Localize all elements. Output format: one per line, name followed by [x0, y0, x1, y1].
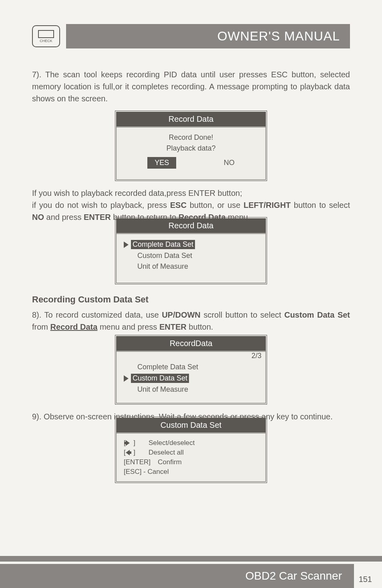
screen-record-menu-2: RecordData 2/3 Complete Data Set Custom … — [115, 335, 267, 405]
menu-item-custom: Custom Data Set — [124, 250, 258, 261]
menu-item-unit: Unit of Measure — [124, 384, 258, 395]
page-indicator: 2/3 — [117, 350, 265, 360]
check-label: CHECK — [40, 39, 52, 43]
menu-item-unit: Unit of Measure — [124, 261, 258, 272]
instruction-cancel: [ESC] - Cancel — [124, 467, 258, 477]
screen-record-menu-1: Record Data Complete Data Set Custom Dat… — [115, 217, 267, 284]
instruction-deselect: [ ] Deselect all — [124, 448, 258, 457]
arrow-left-icon — [126, 450, 130, 455]
menu-item-complete: Complete Data Set — [124, 362, 258, 373]
page-number: 151 — [359, 575, 372, 584]
instruction-select: [ ] Select/deselect — [124, 438, 258, 448]
screen-custom-instructions: Custom Data Set [ ] Select/deselect [ ] … — [115, 417, 267, 483]
screen-text-playback: Playback data? — [124, 143, 258, 154]
product-name: OBD2 Car Scanner — [0, 564, 354, 588]
paragraph-playback-1: If you wish to playback recorded data,pr… — [32, 187, 350, 199]
section-heading: Recording Custom Data Set — [32, 294, 350, 305]
no-option: NO — [224, 159, 235, 167]
screen-text-done: Record Done! — [124, 132, 258, 143]
screen-title: Record Data — [117, 112, 265, 126]
screen-record-done: Record Data Record Done! Playback data? … — [115, 111, 267, 181]
instruction-confirm: [ENTER] Confirm — [124, 457, 258, 467]
pointer-icon — [124, 375, 129, 382]
paragraph-8: 8). To record customized data, use UP/DO… — [32, 309, 350, 333]
arrow-right-icon — [126, 440, 130, 446]
yes-option: YES — [147, 157, 176, 169]
page-footer: OBD2 Car Scanner 151 — [0, 556, 382, 588]
pointer-icon — [124, 242, 129, 248]
paragraph-playback-2: if you do not wish to playback, press ES… — [32, 199, 350, 223]
menu-item-complete: Complete Data Set — [124, 239, 258, 250]
screen-title: RecordData — [117, 336, 265, 350]
manual-title: OWNER'S MANUAL — [66, 24, 350, 48]
page-header: CHECK OWNER'S MANUAL — [0, 0, 382, 56]
check-engine-icon: CHECK — [32, 25, 60, 47]
menu-item-custom: Custom Data Set — [124, 373, 258, 384]
paragraph-7: 7). The scan tool keeps recording PID da… — [32, 68, 350, 105]
